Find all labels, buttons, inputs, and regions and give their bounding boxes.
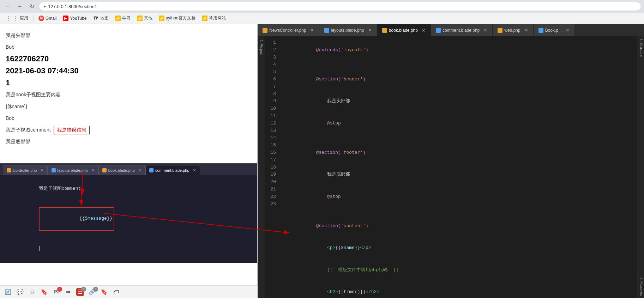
popup-tab-book[interactable]: book.blade.php ✕ — [98, 165, 145, 175]
popup-tab-close-3[interactable]: ✕ — [138, 168, 142, 173]
address-bar[interactable]: ● 127.0.0.1:8000/section1 — [39, 2, 641, 11]
popup-tab-icon-1 — [7, 168, 11, 172]
badge-count-3: 3 — [57, 287, 62, 292]
editor-tab-icon-6 — [538, 28, 543, 33]
ln-8: 8 — [265, 91, 276, 98]
browser-panel: 我是头部部 Bob 1622706270 2021-06-03 07:44:30… — [0, 24, 258, 298]
ln-21: 21 — [265, 186, 276, 193]
popup-tab-layouts[interactable]: layouts.blade.php ✕ — [48, 165, 98, 175]
side-panel-project[interactable]: 1: Project — [259, 38, 264, 57]
editor-tab-close-4[interactable]: ✕ — [483, 28, 487, 33]
editor-tab-layouts[interactable]: layouts.blade.php ✕ — [319, 24, 377, 36]
ln-4: 4 — [265, 61, 276, 68]
browser-content: 我是头部部 Bob 1622706270 2021-06-03 07:44:30… — [0, 24, 258, 285]
youtube-icon: ▶ — [63, 16, 68, 21]
ln-11: 11 — [265, 112, 276, 120]
bookmark-youtube-label: YouTube — [70, 16, 86, 21]
code-line-11: @section('content') — [283, 215, 637, 237]
popup-tab-controller[interactable]: Controller.php ✕ — [3, 165, 48, 175]
bookmark-python[interactable]: 📁 python官方文档 — [156, 14, 198, 22]
ln-10: 10 — [265, 105, 276, 112]
badge-count-0b: 0 — [93, 287, 98, 292]
folder-icon-2: 📁 — [137, 16, 143, 21]
code-line-8: 我是底部部 — [283, 164, 637, 186]
toolbar-icon-arrow[interactable]: ➡ — [64, 288, 72, 296]
toolbar-badge-0b[interactable]: 🔗 0 — [88, 288, 96, 296]
editor-tab-close-3[interactable]: ✕ — [422, 28, 426, 33]
editor-tab-book2[interactable]: Book.p... ✕ — [534, 24, 575, 36]
editor-tab-close-5[interactable]: ✕ — [524, 28, 528, 33]
bookmark-apps[interactable]: ⋮⋮ 应用 — [3, 13, 31, 23]
ln-13: 13 — [265, 127, 276, 135]
code-editor[interactable]: 1 2 3 4 5 6 7 8 9 10 11 12 13 14 15 16 1 — [265, 36, 637, 298]
editor-tab-label-6: Book.p... — [545, 28, 562, 33]
editor-tab-close-6[interactable]: ✕ — [566, 28, 570, 33]
code-area[interactable]: @extends('layouts') @section('header') 我… — [279, 36, 637, 298]
editor-tabs: NewsController.php ✕ layouts.blade.php ✕… — [258, 24, 644, 36]
toolbar-badge-3[interactable]: ✉ 3 — [52, 288, 60, 296]
popup-tab-comment[interactable]: comment.blade.php ✕ — [145, 165, 200, 175]
editor-tab-book[interactable]: book.blade.php ✕ — [377, 24, 431, 36]
reload-button[interactable]: ↻ — [27, 1, 37, 11]
editor-tab-label-5: web.php — [504, 28, 520, 33]
editor-tab-label-1: NewsController.php — [269, 28, 306, 33]
page-line-2: Bob — [6, 43, 252, 51]
editor-tab-close-1[interactable]: ✕ — [310, 28, 314, 33]
toolbar-icon-chat[interactable]: 💬 — [16, 288, 24, 296]
side-panel-favorites[interactable]: 2: Favorites — [637, 275, 644, 298]
page-comment-prefix: 我是子视图comment — [6, 127, 51, 133]
popup-tab-close-4[interactable]: ✕ — [193, 168, 196, 173]
back-button[interactable]: ← — [3, 1, 13, 11]
popup-tab-close-2[interactable]: ✕ — [91, 168, 95, 173]
bookmark-maps[interactable]: 🗺 地图 — [90, 14, 112, 22]
code-line-5: @stop — [283, 112, 637, 134]
editor-tab-label-2: layouts.blade.php — [331, 28, 364, 33]
bookmarks-bar: ⋮⋮ 应用 M Gmail ▶ YouTube 🗺 地图 📁 学习 📁 其他 📁… — [0, 13, 644, 24]
editor-area: NewsController.php ✕ layouts.blade.php ✕… — [258, 24, 644, 298]
page-bob: Bob — [6, 115, 14, 121]
popup-tab-close-1[interactable]: ✕ — [40, 168, 44, 173]
line-numbers: 1 2 3 4 5 6 7 8 9 10 11 12 13 14 15 16 1 — [265, 36, 279, 298]
toolbar-icon-tag[interactable]: 🏷 — [112, 288, 120, 296]
forward-button[interactable]: → — [15, 1, 25, 11]
ln-12: 12 — [265, 120, 276, 127]
toolbar-icon-bookmark2[interactable]: 🔖 — [100, 288, 108, 296]
ln-7: 7 — [265, 83, 276, 91]
bookmark-common[interactable]: 📁 常用网站 — [199, 14, 229, 22]
bookmark-study[interactable]: 📁 学习 — [112, 14, 133, 22]
cursor-blink — [39, 246, 40, 251]
ln-22: 22 — [265, 193, 276, 201]
maps-icon: 🗺 — [93, 16, 99, 21]
code-line-13: {{--模板文件中调用php代码--}} — [283, 259, 637, 281]
code-popup: Controller.php ✕ layouts.blade.php ✕ boo… — [0, 163, 257, 263]
popup-code-line-2: {{$message}} — [6, 200, 252, 238]
toolbar-icon-bookmark[interactable]: 🔖 — [40, 288, 48, 296]
page-line-4: 2021-06-03 07:44:30 — [6, 66, 252, 75]
bookmark-study-label: 学习 — [122, 15, 131, 21]
ln-23: 23 — [265, 201, 276, 208]
popup-tab-icon-2 — [52, 168, 56, 172]
editor-tab-web[interactable]: web.php ✕ — [493, 24, 533, 36]
page-datetime: 2021-06-03 07:44:30 — [6, 66, 79, 75]
popup-code-line-1: 我是子视图comment — [6, 178, 252, 200]
editor-tab-close-2[interactable]: ✕ — [368, 28, 372, 33]
code-line-14: <h2>{{time()}}</h2> — [283, 281, 637, 298]
editor-tab-comment[interactable]: comment.blade.php ✕ — [431, 24, 493, 36]
editor-tab-icon-3 — [382, 28, 387, 33]
badge-count-0a: 0 — [81, 287, 86, 292]
toolbar-icon-star[interactable]: ✩ — [28, 288, 36, 296]
code-line-4: 我是头部部 — [283, 91, 637, 112]
bookmark-youtube[interactable]: ▶ YouTube — [60, 14, 89, 22]
editor-tab-newscontroller[interactable]: NewsController.php ✕ — [258, 24, 319, 36]
toolbar-badge-red0[interactable]: ☰ 0 — [76, 288, 84, 296]
bookmark-apps-label: 应用 — [20, 15, 28, 21]
side-panel-structure[interactable]: 7: Structure — [637, 36, 644, 59]
bookmark-other[interactable]: 📁 其他 — [134, 14, 155, 22]
bookmark-gmail[interactable]: M Gmail — [36, 14, 59, 22]
toolbar-icon-refresh[interactable]: 🔃 — [4, 288, 12, 296]
popup-tab-label-3: book.blade.php — [108, 168, 135, 172]
page-line-1: 我是头部部 — [6, 31, 252, 40]
editor-tab-icon-4 — [436, 28, 441, 33]
popup-highlight-box: {{$message}} — [39, 207, 115, 230]
code-line-7: @section('footer') — [283, 142, 637, 164]
